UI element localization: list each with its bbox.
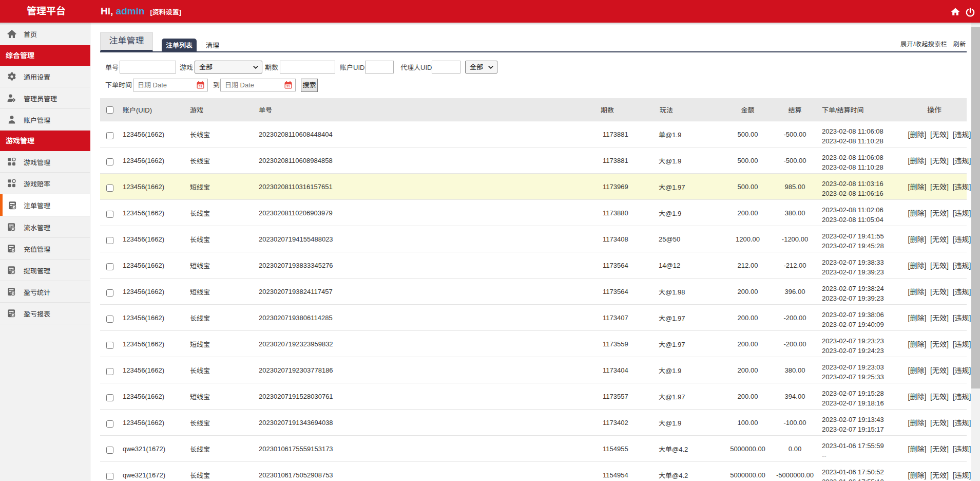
svg-text:31: 31	[199, 84, 202, 88]
svg-text:31: 31	[286, 84, 290, 88]
